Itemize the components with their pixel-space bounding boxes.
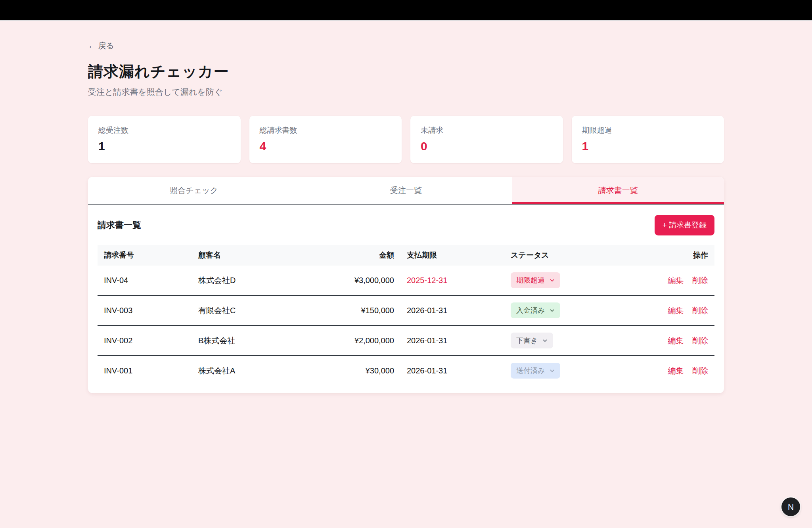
due-date-cell: 2025-12-31	[400, 266, 504, 295]
table-row: INV-001 株式会社A ¥30,000 2026-01-31 送付済み 編集…	[98, 356, 714, 385]
table-row: INV-003 有限会社C ¥150,000 2026-01-31 入金済み 編…	[98, 295, 714, 325]
main-card: 照合チェック 受注一覧 請求書一覧 請求書一覧 + 請求書登録 請求番号 顧客名…	[88, 177, 724, 393]
stat-value: 1	[98, 140, 230, 153]
status-select[interactable]: 送付済み	[511, 363, 560, 379]
panel-title: 請求書一覧	[98, 219, 141, 231]
edit-link[interactable]: 編集	[668, 306, 684, 315]
amount-cell: ¥30,000	[301, 356, 400, 385]
panel-header: 請求書一覧 + 請求書登録	[98, 215, 714, 235]
status-select[interactable]: 期限超過	[511, 272, 560, 288]
page-subtitle: 受注と請求書を照合して漏れを防ぐ	[88, 86, 724, 98]
actions-cell: 編集 削除	[618, 295, 714, 325]
stat-value: 1	[582, 140, 714, 153]
col-header-actions: 操作	[618, 245, 714, 266]
stat-card-total-invoices: 総請求書数 4	[249, 116, 402, 163]
invoice-table-rows: INV-04 株式会社D ¥3,000,000 2025-12-31 期限超過 …	[98, 266, 714, 385]
stat-value: 4	[260, 140, 392, 153]
chevron-down-icon	[542, 338, 548, 343]
top-black-bar	[0, 0, 812, 21]
delete-link[interactable]: 削除	[692, 306, 708, 315]
status-label: 下書き	[516, 336, 538, 345]
delete-link[interactable]: 削除	[692, 336, 708, 345]
col-header-customer: 顧客名	[192, 245, 301, 266]
status-cell: 下書き	[504, 325, 618, 356]
stats-row: 総受注数 1 総請求書数 4 未請求 0 期限超過 1	[88, 116, 724, 163]
stat-value: 0	[421, 140, 553, 153]
tab-bar: 照合チェック 受注一覧 請求書一覧	[88, 177, 724, 205]
invoice-list-panel: 請求書一覧 + 請求書登録 請求番号 顧客名 金額 支払期限 ステータス 操作	[88, 205, 724, 393]
tab-order-list[interactable]: 受注一覧	[300, 177, 512, 204]
status-select[interactable]: 入金済み	[511, 302, 560, 318]
stat-label: 未請求	[421, 125, 553, 136]
back-link[interactable]: ← 戻る	[88, 40, 114, 51]
amount-cell: ¥3,000,000	[301, 266, 400, 295]
col-header-status: ステータス	[504, 245, 618, 266]
actions-cell: 編集 削除	[618, 266, 714, 295]
stat-label: 総受注数	[98, 125, 230, 136]
chevron-down-icon	[550, 278, 555, 283]
invoice-number-cell: INV-002	[98, 325, 192, 356]
invoice-table: 請求番号 顧客名 金額 支払期限 ステータス 操作 INV-04 株式会社D ¥…	[98, 245, 714, 385]
status-cell: 期限超過	[504, 266, 618, 295]
tab-invoice-list[interactable]: 請求書一覧	[512, 177, 724, 204]
delete-link[interactable]: 削除	[692, 276, 708, 285]
amount-cell: ¥2,000,000	[301, 325, 400, 356]
col-header-amount: 金額	[301, 245, 400, 266]
page-container: ← 戻る 請求漏れチェッカー 受注と請求書を照合して漏れを防ぐ 総受注数 1 総…	[88, 21, 724, 393]
stat-card-total-orders: 総受注数 1	[88, 116, 241, 163]
table-row: INV-002 B株式会社 ¥2,000,000 2026-01-31 下書き …	[98, 325, 714, 356]
due-date-cell: 2026-01-31	[400, 325, 504, 356]
floating-n-badge[interactable]: N	[781, 497, 800, 516]
edit-link[interactable]: 編集	[668, 276, 684, 285]
stat-card-overdue: 期限超過 1	[572, 116, 724, 163]
status-label: 送付済み	[516, 366, 545, 375]
stat-label: 期限超過	[582, 125, 714, 136]
due-date-cell: 2026-01-31	[400, 295, 504, 325]
tab-matching-check[interactable]: 照合チェック	[88, 177, 300, 204]
customer-name-cell: 有限会社C	[192, 295, 301, 325]
status-label: 期限超過	[516, 275, 545, 285]
stat-label: 総請求書数	[260, 125, 392, 136]
chevron-down-icon	[550, 368, 555, 373]
amount-cell: ¥150,000	[301, 295, 400, 325]
status-cell: 入金済み	[504, 295, 618, 325]
invoice-number-cell: INV-001	[98, 356, 192, 385]
customer-name-cell: 株式会社D	[192, 266, 301, 295]
customer-name-cell: B株式会社	[192, 325, 301, 356]
invoice-number-cell: INV-04	[98, 266, 192, 295]
page-title: 請求漏れチェッカー	[88, 61, 724, 82]
col-header-invoice-no: 請求番号	[98, 245, 192, 266]
chevron-down-icon	[550, 308, 555, 313]
invoice-table-head: 請求番号 顧客名 金額 支払期限 ステータス 操作	[98, 245, 714, 266]
invoice-number-cell: INV-003	[98, 295, 192, 325]
delete-link[interactable]: 削除	[692, 366, 708, 375]
status-cell: 送付済み	[504, 356, 618, 385]
customer-name-cell: 株式会社A	[192, 356, 301, 385]
status-label: 入金済み	[516, 306, 545, 315]
add-invoice-button[interactable]: + 請求書登録	[655, 215, 714, 235]
col-header-due-date: 支払期限	[400, 245, 504, 266]
edit-link[interactable]: 編集	[668, 366, 684, 375]
status-select[interactable]: 下書き	[511, 333, 553, 348]
table-row: INV-04 株式会社D ¥3,000,000 2025-12-31 期限超過 …	[98, 266, 714, 295]
due-date-cell: 2026-01-31	[400, 356, 504, 385]
actions-cell: 編集 削除	[618, 325, 714, 356]
actions-cell: 編集 削除	[618, 356, 714, 385]
edit-link[interactable]: 編集	[668, 336, 684, 345]
stat-card-unbilled: 未請求 0	[410, 116, 563, 163]
